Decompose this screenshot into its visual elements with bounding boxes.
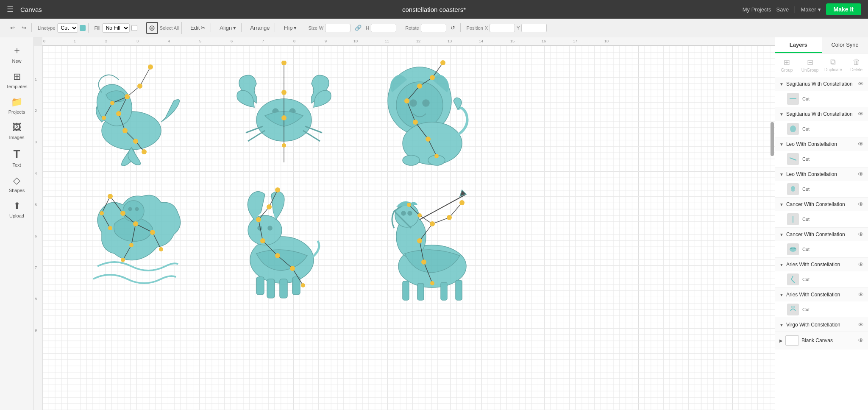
sidebar-item-templates[interactable]: ⊞ Templates (2, 68, 32, 92)
layer-header-2[interactable]: ▼ Leo With Constellation 👁 (775, 137, 868, 151)
layer-group-5: ▼ Cancer With Constellation 👁 Cut (775, 228, 868, 258)
delete-icon: 🗑 (853, 58, 860, 67)
layer-header-6[interactable]: ▼ Aries With Constellation 👁 (775, 258, 868, 271)
right-panel: Layers Color Sync ⊞ Group ⊟ UnGroup ⧉ Du… (775, 37, 868, 410)
width-input[interactable] (325, 24, 351, 32)
sidebar-item-text[interactable]: T Text (2, 144, 32, 171)
fill-select[interactable]: No Fill (102, 23, 130, 33)
canvas-area[interactable]: 0 1 2 3 4 5 6 7 8 9 10 11 12 13 14 15 16… (34, 37, 775, 410)
select-all-button[interactable]: ⊕ (146, 22, 158, 34)
linetype-select[interactable]: Cut (57, 23, 78, 33)
layer-group-2: ▼ Leo With Constellation 👁 Cut (775, 137, 868, 167)
svg-point-71 (129, 243, 134, 247)
flip-button[interactable]: Flip ▾ (281, 23, 299, 32)
eye-icon-1[interactable]: 👁 (858, 111, 864, 117)
delete-button[interactable]: 🗑 Delete (845, 56, 868, 74)
project-name[interactable]: constellation coasters* (402, 6, 466, 13)
eye-icon-8[interactable]: 👁 (858, 321, 864, 328)
canvas-content[interactable] (42, 46, 775, 410)
ungroup-button[interactable]: ⊟ UnGroup (798, 56, 822, 74)
edit-group: Edit ✂ (185, 23, 211, 32)
svg-rect-100 (403, 281, 409, 300)
sidebar-item-shapes[interactable]: ◇ Shapes (2, 172, 32, 196)
svg-line-22 (248, 131, 265, 141)
eye-icon-4[interactable]: 👁 (858, 201, 864, 208)
svg-point-116 (417, 238, 422, 243)
scroll-indicator[interactable] (771, 122, 774, 156)
height-input[interactable] (371, 24, 396, 32)
sidebar-label-new: New (12, 59, 21, 64)
redo-button[interactable]: ↪ (19, 23, 29, 32)
layer-thumb-5 (787, 243, 799, 255)
svg-point-114 (447, 215, 452, 220)
eye-icon-3[interactable]: 👁 (858, 171, 864, 178)
group-button[interactable]: ⊞ Group (775, 56, 798, 74)
duplicate-button[interactable]: ⧉ Duplicate (822, 56, 845, 74)
sidebar-item-images[interactable]: 🖼 Images (2, 119, 32, 143)
rotate-icon-button[interactable]: ↺ (448, 23, 458, 32)
layer-header-5[interactable]: ▼ Cancer With Constellation 👁 (775, 228, 868, 241)
layer-header-9[interactable]: ▶ Blank Canvas 👁 (775, 332, 868, 349)
edit-button[interactable]: Edit ✂ (188, 23, 208, 32)
new-icon: ＋ (12, 44, 22, 57)
layer-header-7[interactable]: ▼ Aries With Constellation 👁 (775, 288, 868, 301)
fill-label: Fill (95, 25, 100, 31)
make-it-button[interactable]: Make It (826, 3, 861, 15)
lock-ratio-button[interactable]: 🔗 (352, 23, 364, 32)
x-input[interactable] (490, 24, 515, 32)
svg-point-34 (396, 82, 443, 128)
eye-icon-5[interactable]: 👁 (858, 231, 864, 238)
zodiac-figure-6[interactable] (369, 181, 479, 304)
sidebar-item-new[interactable]: ＋ New (2, 41, 32, 67)
align-button[interactable]: Align ▾ (217, 23, 239, 32)
eye-icon-6[interactable]: 👁 (858, 261, 864, 268)
layer-header-4[interactable]: ▼ Cancer With Constellation 👁 (775, 198, 868, 211)
svg-point-68 (159, 247, 163, 251)
group-icon: ⊞ (784, 58, 790, 67)
sidebar-item-projects[interactable]: 📁 Projects (2, 93, 32, 118)
zodiac-figure-4[interactable] (89, 190, 182, 300)
layer-name-4: Cancer With Constellation (786, 201, 855, 207)
svg-point-12 (137, 84, 142, 89)
panel-actions: ⊞ Group ⊟ UnGroup ⧉ Duplicate 🗑 Delete (775, 53, 868, 77)
flip-group: Flip ▾ (278, 23, 302, 32)
y-input[interactable] (521, 24, 547, 32)
svg-point-65 (120, 211, 125, 216)
undo-button[interactable]: ↩ (8, 23, 17, 32)
menu-icon[interactable]: ☰ (7, 5, 14, 14)
layer-group-4: ▼ Cancer With Constellation 👁 Cut (775, 198, 868, 228)
sidebar-item-upload[interactable]: ⬆ Upload (2, 197, 32, 222)
fill-color-swatch[interactable] (131, 25, 137, 31)
panel-tabs: Layers Color Sync (775, 37, 868, 53)
linetype-color-swatch[interactable] (80, 25, 86, 31)
zodiac-figure-3[interactable] (377, 59, 479, 173)
layer-cut-7: Cut (802, 307, 810, 312)
zodiac-figure-1[interactable] (89, 63, 191, 173)
save-button[interactable]: Save (776, 6, 789, 13)
eye-icon-0[interactable]: 👁 (858, 81, 864, 87)
layer-name-0: Sagittarius With Constellation (786, 81, 855, 87)
chevron-icon: ▼ (779, 82, 784, 86)
zodiac-figure-5[interactable] (227, 186, 328, 304)
arrange-button[interactable]: Arrange (248, 23, 272, 32)
toolbar: ↩ ↪ Linetype Cut Fill No Fill ⊕ Select A… (0, 19, 868, 37)
maker-selector[interactable]: Maker ▾ (801, 6, 821, 13)
eye-icon-9[interactable]: 👁 (858, 337, 864, 344)
layer-header-1[interactable]: ▼ Sagittarius With Constellation 👁 (775, 107, 868, 121)
svg-point-93 (301, 283, 305, 287)
layer-header-0[interactable]: ▼ Sagittarius With Constellation 👁 (775, 77, 868, 91)
tab-layers[interactable]: Layers (775, 37, 822, 53)
svg-point-52 (434, 154, 439, 158)
tab-color-sync[interactable]: Color Sync (822, 37, 868, 53)
layer-group-6: ▼ Aries With Constellation 👁 Cut (775, 258, 868, 288)
eye-icon-2[interactable]: 👁 (858, 141, 864, 148)
my-projects-link[interactable]: My Projects (743, 6, 771, 13)
chevron-icon-1: ▼ (779, 112, 784, 117)
rotate-input[interactable] (421, 24, 446, 32)
layer-header-3[interactable]: ▼ Leo With Constellation 👁 (775, 167, 868, 181)
svg-point-47 (430, 75, 435, 80)
svg-rect-78 (292, 277, 300, 295)
zodiac-figure-2[interactable] (233, 61, 335, 171)
layer-header-8[interactable]: ▼ Virgo With Constellation 👁 (775, 318, 868, 332)
eye-icon-7[interactable]: 👁 (858, 291, 864, 298)
